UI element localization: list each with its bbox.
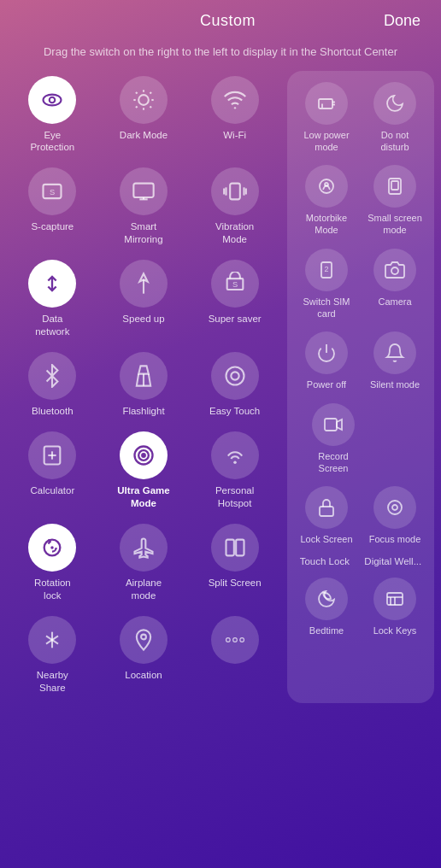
touch-lock-link[interactable]: Touch Lock [293, 554, 356, 568]
rtile-low-power[interactable]: Low powermode [294, 78, 359, 158]
rtile-do-not-disturb[interactable]: Do notdisturb [362, 78, 427, 158]
bedtime-label: Bedtime [309, 625, 344, 636]
nearby-share-label: NearbyShare [37, 669, 68, 695]
left-panel: EyeProtection Dark Mode Wi-Fi S [7, 71, 280, 703]
rtile-record-screen[interactable]: RecordScreen [301, 399, 366, 479]
tile-personal-hotspot[interactable]: PersonalHotspot [200, 426, 270, 515]
airplane-mode-label: Airplanemode [126, 577, 162, 602]
tile-dark-mode[interactable]: Dark Mode [109, 71, 179, 160]
speed-up-icon [120, 260, 168, 308]
low-power-label: Low powermode [303, 129, 349, 154]
rtile-silent-mode[interactable]: Silent mode [362, 327, 427, 395]
rtile-focus-mode[interactable]: Focus mode [362, 482, 427, 549]
flashlight-icon [120, 352, 168, 400]
rtile-bedtime[interactable]: Bedtime [294, 573, 359, 641]
svg-point-61 [392, 505, 397, 510]
tile-easy-touch[interactable]: Easy Touch [200, 347, 270, 423]
tile-wifi[interactable]: Wi-Fi [200, 71, 270, 160]
switch-sim-label: Switch SIMcard [303, 296, 350, 320]
camera-icon [373, 249, 416, 291]
right-single-row-record: RecordScreen [292, 399, 429, 479]
eye-protection-icon [28, 76, 76, 124]
tile-speed-up[interactable]: Speed up [109, 255, 179, 343]
rtile-power-off[interactable]: Power off [294, 327, 359, 395]
svg-line-10 [150, 91, 151, 93]
tile-nearby-share[interactable]: NearbyShare [17, 611, 87, 700]
vibration-mode-label: VibrationMode [215, 220, 254, 246]
svg-text:S: S [50, 188, 55, 196]
right-row-4: Power off Silent mode [292, 327, 429, 395]
power-off-label: Power off [307, 378, 346, 390]
tile-smart-mirroring[interactable]: SmartMirroring [109, 162, 179, 251]
calculator-label: Calculator [30, 484, 74, 497]
tile-flashlight[interactable]: Flashlight [109, 347, 179, 423]
silent-mode-label: Silent mode [370, 378, 420, 390]
airplane-mode-icon [120, 524, 168, 572]
svg-point-44 [239, 637, 244, 642]
svg-point-36 [233, 460, 237, 464]
tile-super-saver[interactable]: S Super saver [200, 255, 270, 343]
easy-touch-label: Easy Touch [209, 405, 260, 418]
done-button[interactable]: Done [384, 12, 420, 30]
flashlight-label: Flashlight [122, 405, 164, 418]
right-row-6: Bedtime Lock Keys [292, 573, 429, 641]
svg-rect-14 [133, 184, 153, 197]
rtile-small-screen-mode[interactable]: Small screenmode [362, 161, 427, 241]
rtile-camera[interactable]: Camera [362, 244, 427, 325]
tile-s-capture[interactable]: S S-capture [17, 162, 87, 251]
tile-split-screen[interactable]: Split Screen [200, 519, 270, 607]
location-icon [120, 616, 168, 664]
small-screen-mode-icon [373, 165, 416, 208]
rotation-lock-icon [28, 524, 76, 572]
grid-row-2: S S-capture SmartMirroring VibrationMode [7, 162, 280, 251]
tile-bluetooth[interactable]: Bluetooth [17, 347, 87, 423]
svg-point-28 [226, 367, 244, 385]
vibration-mode-icon [211, 167, 259, 215]
split-screen-label: Split Screen [209, 577, 262, 589]
location-label: Location [125, 669, 162, 682]
more-icon [211, 616, 259, 664]
grid-row-1: EyeProtection Dark Mode Wi-Fi [7, 71, 280, 160]
svg-point-0 [44, 94, 62, 105]
rtile-lock-keys[interactable]: Lock Keys [362, 573, 427, 641]
low-power-icon [305, 82, 348, 125]
focus-mode-icon [373, 486, 416, 529]
tile-airplane-mode[interactable]: Airplanemode [109, 519, 179, 607]
ultra-game-mode-icon [120, 431, 168, 479]
tile-more[interactable] [200, 611, 270, 700]
lock-screen-label: Lock Screen [300, 533, 352, 545]
personal-hotspot-label: PersonalHotspot [215, 484, 254, 510]
tile-ultra-game-mode[interactable]: Ultra GameMode [109, 426, 179, 515]
svg-point-1 [50, 97, 56, 103]
silent-mode-icon [373, 331, 416, 374]
super-saver-label: Super saver [209, 313, 262, 326]
svg-rect-40 [236, 540, 244, 556]
record-screen-icon [312, 403, 355, 446]
bluetooth-label: Bluetooth [32, 405, 74, 418]
lock-keys-label: Lock Keys [373, 625, 417, 636]
tile-rotation-lock[interactable]: Rotationlock [17, 519, 87, 607]
header: Custom Done [0, 0, 441, 38]
right-row-2: MotorbikeMode Small screenmode [292, 161, 429, 241]
tile-calculator[interactable]: Calculator [17, 426, 87, 515]
svg-point-11 [233, 107, 235, 108]
rtile-switch-sim[interactable]: 2 Switch SIMcard [294, 244, 359, 325]
tile-location[interactable]: Location [109, 611, 179, 700]
grid-row-3: Datanetwork Speed up S Super saver [7, 255, 280, 343]
svg-point-42 [226, 637, 230, 642]
svg-point-29 [231, 372, 238, 379]
rtile-motorbike-mode[interactable]: MotorbikeMode [294, 161, 359, 241]
smart-mirroring-icon [120, 167, 168, 215]
tile-data-network[interactable]: Datanetwork [17, 255, 87, 343]
grid-row-6: Rotationlock Airplanemode Split Screen [7, 519, 280, 607]
wifi-icon [211, 76, 259, 124]
camera-label: Camera [378, 296, 411, 308]
small-screen-mode-label: Small screenmode [368, 212, 422, 237]
tile-eye-protection[interactable]: EyeProtection [17, 71, 87, 160]
digital-well-link[interactable]: Digital Well... [357, 554, 428, 568]
tile-vibration-mode[interactable]: VibrationMode [200, 162, 270, 251]
instruction-text: Drag the switch on the right to the left… [0, 38, 441, 71]
bluetooth-icon [28, 352, 76, 400]
rtile-lock-screen[interactable]: Lock Screen [294, 482, 359, 549]
svg-rect-57 [325, 419, 337, 431]
